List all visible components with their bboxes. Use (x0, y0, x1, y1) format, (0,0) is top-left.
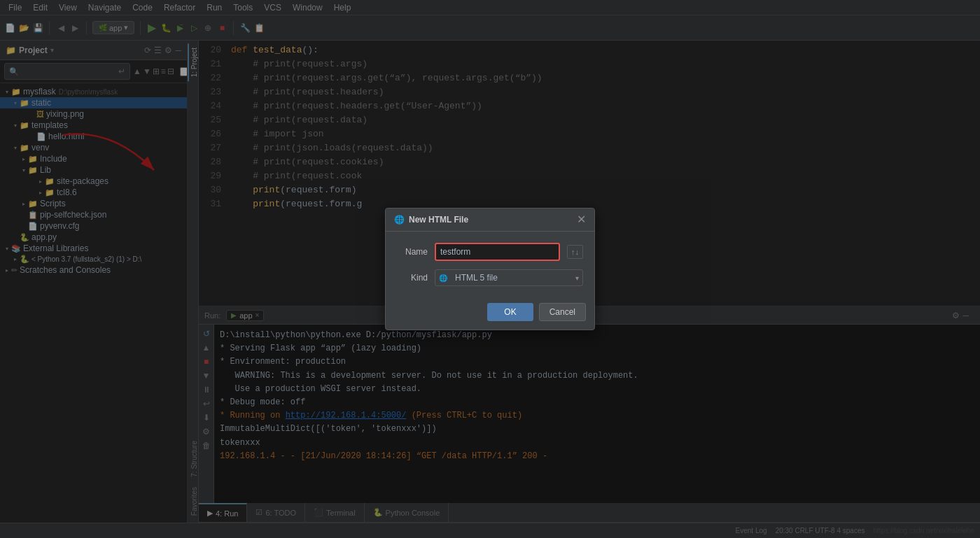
dialog-footer: OK Cancel (386, 297, 594, 330)
dialog-ok-btn[interactable]: OK (487, 303, 533, 321)
new-html-file-dialog: 🌐 New HTML File ✕ Name ↑↓ Kind 🌐 HTML 5 … (385, 208, 595, 330)
dialog-kind-select-wrap: 🌐 HTML 5 file HTML 4 file XHTML file ▾ (435, 269, 583, 286)
dialog-kind-row: Kind 🌐 HTML 5 file HTML 4 file XHTML fil… (397, 269, 583, 286)
dialog-body: Name ↑↓ Kind 🌐 HTML 5 file HTML 4 file X… (386, 232, 594, 297)
dialog-title-bar: 🌐 New HTML File ✕ (386, 208, 594, 232)
dialog-name-input[interactable] (435, 243, 560, 261)
dialog-title-text: New HTML File (409, 215, 468, 225)
select-arrow-icon: ▾ (575, 274, 579, 282)
dialog-close-btn[interactable]: ✕ (577, 214, 586, 225)
dialog-title: 🌐 New HTML File (394, 215, 468, 225)
dialog-name-row: Name ↑↓ (397, 243, 583, 261)
select-html-icon: 🌐 (439, 274, 447, 282)
dialog-kind-select[interactable]: HTML 5 file HTML 4 file XHTML file (435, 269, 583, 286)
sort-asc-btn[interactable]: ↑↓ (567, 245, 583, 259)
dialog-cancel-btn[interactable]: Cancel (539, 303, 586, 321)
dialog-kind-label: Kind (397, 273, 428, 283)
dialog-overlay: 🌐 New HTML File ✕ Name ↑↓ Kind 🌐 HTML 5 … (0, 0, 980, 538)
dialog-name-label: Name (397, 247, 428, 257)
dialog-title-icon: 🌐 (394, 215, 405, 225)
